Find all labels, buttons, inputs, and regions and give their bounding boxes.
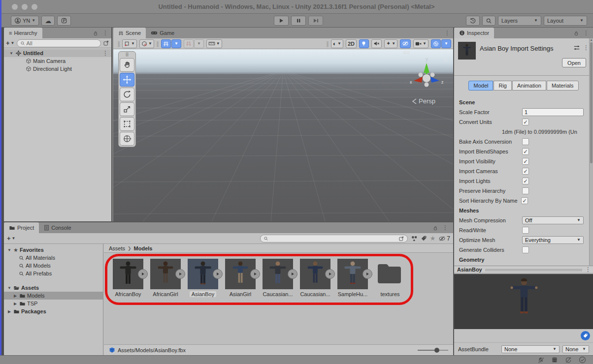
- grid-visibility-dropdown[interactable]: ▼: [171, 39, 181, 48]
- tab-console[interactable]: Console: [39, 222, 76, 233]
- search-by-type-icon[interactable]: [411, 235, 418, 242]
- play-button[interactable]: [274, 16, 289, 26]
- scene-gizmos-button[interactable]: [431, 39, 441, 48]
- transform-tool-button[interactable]: [120, 132, 134, 146]
- overlay-drag-handle[interactable]: ⠿: [120, 53, 134, 57]
- assetbundle-dropdown[interactable]: None▼: [501, 345, 560, 353]
- drag-handle[interactable]: ∥: [117, 40, 120, 47]
- scene-row-untitled[interactable]: ▼ Untitled ⋮: [4, 49, 111, 57]
- assetbundle-variant-dropdown[interactable]: None▼: [562, 345, 589, 353]
- scene-panel-menu-icon[interactable]: ⋮: [444, 30, 453, 36]
- preview-drag-handle[interactable]: [485, 269, 582, 271]
- camera-settings-dropdown[interactable]: ▼: [413, 39, 428, 48]
- drag-handle[interactable]: ∥: [326, 40, 329, 47]
- breadcrumb-models[interactable]: Models: [134, 245, 153, 251]
- preview-play-icon[interactable]: [288, 269, 297, 279]
- foldout-arrow[interactable]: ▼: [9, 51, 14, 56]
- grid-snap-button[interactable]: [184, 39, 194, 48]
- tree-all-prefabs[interactable]: All Prefabs: [4, 270, 103, 277]
- tree-packages[interactable]: ▶ Packages: [4, 307, 103, 315]
- tab-animation[interactable]: Animation: [512, 81, 546, 91]
- tab-rig[interactable]: Rig: [494, 81, 512, 91]
- step-button[interactable]: [308, 16, 323, 26]
- asset-label-tag-button[interactable]: [581, 331, 590, 340]
- shading-mode-dropdown[interactable]: ◐▼: [331, 39, 343, 48]
- lock-icon[interactable]: [93, 30, 99, 36]
- drag-handle[interactable]: ∥: [156, 40, 159, 47]
- search-button[interactable]: [482, 16, 495, 26]
- effects-dropdown[interactable]: ✦▼: [384, 39, 397, 48]
- tab-hierarchy[interactable]: ≡ Hierarchy: [4, 28, 42, 38]
- auto-refresh-disabled-icon[interactable]: [565, 357, 572, 364]
- hierarchy-create-button[interactable]: +▼: [6, 39, 15, 47]
- import-lights-checkbox[interactable]: [522, 178, 529, 184]
- asset-africanboy[interactable]: AfricanBoy: [111, 259, 145, 297]
- asset-asianboy-selected[interactable]: AsianBoy: [186, 259, 220, 297]
- tab-project[interactable]: Project: [4, 222, 39, 233]
- audio-mute-button[interactable]: [371, 39, 382, 48]
- bake-axis-checkbox[interactable]: [522, 138, 529, 145]
- hierarchy-search-input[interactable]: All: [17, 39, 101, 47]
- tree-all-materials[interactable]: All Materials: [4, 254, 103, 262]
- scale-tool-button[interactable]: [120, 102, 134, 116]
- scrollbar-thumb[interactable]: [590, 42, 593, 163]
- lock-icon[interactable]: [432, 225, 438, 231]
- cloud-services-button[interactable]: ☁: [41, 16, 55, 26]
- preview-header[interactable]: AsianBoy ⋮: [454, 266, 593, 273]
- project-create-button[interactable]: +▼: [7, 235, 16, 242]
- import-cameras-checkbox[interactable]: [522, 168, 529, 175]
- grid-snap-dropdown[interactable]: ▼: [194, 39, 204, 48]
- tab-materials[interactable]: Materials: [547, 81, 579, 91]
- import-blendshapes-checkbox[interactable]: [522, 148, 529, 155]
- preview-play-icon[interactable]: [138, 269, 148, 279]
- open-button[interactable]: Open: [562, 58, 586, 67]
- preview-menu-icon[interactable]: ⋮: [585, 266, 591, 273]
- 2d-toggle-button[interactable]: 2D: [346, 39, 357, 48]
- rotate-tool-button[interactable]: [120, 88, 134, 101]
- open-search-window-icon[interactable]: [398, 236, 404, 242]
- preview-play-icon[interactable]: [175, 269, 185, 279]
- pivot-dropdown[interactable]: ▼: [139, 39, 154, 48]
- model-preview-viewport[interactable]: [454, 274, 593, 329]
- notifications-muted-icon[interactable]: [537, 357, 544, 364]
- hierarchy-item-main-camera[interactable]: Main Camera: [4, 57, 111, 65]
- favorites-star-icon[interactable]: ★: [430, 235, 436, 242]
- import-visibility-checkbox[interactable]: [522, 158, 529, 165]
- scene-visibility-button[interactable]: [400, 39, 411, 48]
- pause-button[interactable]: [291, 16, 306, 26]
- asset-samplehumanoid[interactable]: SampleHu...: [335, 259, 370, 297]
- hidden-packages-toggle[interactable]: 7: [438, 235, 450, 242]
- presets-icon[interactable]: [573, 44, 580, 51]
- preview-play-icon[interactable]: [213, 269, 223, 279]
- asset-caucasiangirl[interactable]: Caucasian...: [298, 259, 332, 297]
- account-dropdown[interactable]: YN▼: [11, 16, 39, 26]
- asset-textures-folder[interactable]: textures: [373, 259, 407, 297]
- project-menu-icon[interactable]: ⋮: [442, 224, 448, 231]
- tab-inspector[interactable]: Inspector: [454, 28, 494, 38]
- asset-africangirl[interactable]: AfricanGirl: [148, 259, 183, 297]
- projection-mode-label[interactable]: Persp: [412, 97, 435, 105]
- thumbnail-size-slider[interactable]: [418, 348, 448, 353]
- read-write-checkbox[interactable]: [522, 227, 529, 234]
- sort-hierarchy-checkbox[interactable]: [521, 197, 528, 204]
- mesh-compression-dropdown[interactable]: Off▼: [522, 216, 584, 224]
- open-search-window-icon[interactable]: [103, 40, 109, 46]
- preview-play-icon[interactable]: [362, 269, 372, 279]
- undo-history-button[interactable]: [466, 16, 480, 26]
- progress-complete-icon[interactable]: [579, 356, 586, 364]
- layers-dropdown[interactable]: Layers▼: [498, 16, 541, 26]
- header-menu-icon[interactable]: ⋮: [583, 44, 589, 51]
- snap-increment-button[interactable]: ▼: [206, 39, 222, 48]
- tree-favorites[interactable]: ▼★ Favorites: [4, 246, 103, 254]
- tab-model[interactable]: Model: [468, 81, 493, 91]
- search-by-label-icon[interactable]: [421, 235, 427, 242]
- asset-caucasianboy[interactable]: Caucasian...: [261, 259, 295, 297]
- scene-gizmos-dropdown[interactable]: ▼: [441, 39, 451, 48]
- preserve-hierarchy-checkbox[interactable]: [522, 187, 529, 194]
- tree-tsp[interactable]: ▶ TSP: [4, 300, 103, 307]
- project-search-input[interactable]: [260, 235, 408, 243]
- hierarchy-menu-icon[interactable]: ⋮: [102, 30, 108, 36]
- tree-models-selected[interactable]: ▶ Models: [4, 292, 103, 300]
- tool-settings-dropdown[interactable]: ▼: [122, 39, 137, 48]
- scene-menu-icon[interactable]: ⋮: [102, 50, 108, 57]
